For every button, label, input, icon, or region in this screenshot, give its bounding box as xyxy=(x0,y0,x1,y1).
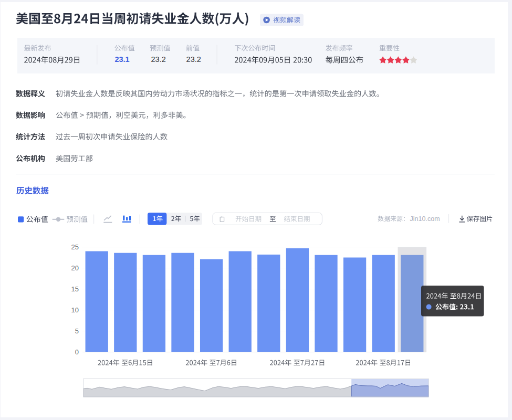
svg-text:20: 20 xyxy=(71,264,79,272)
svg-text:23.1: 23.1 xyxy=(114,55,129,64)
svg-text:10: 10 xyxy=(71,306,79,314)
svg-text:0: 0 xyxy=(75,348,79,356)
svg-text:15: 15 xyxy=(71,285,79,293)
svg-text:23.2: 23.2 xyxy=(186,55,201,64)
svg-text:25: 25 xyxy=(71,243,79,251)
svg-text:5: 5 xyxy=(75,327,79,335)
svg-text:Jin10.com: Jin10.com xyxy=(410,215,440,223)
svg-text:23.2: 23.2 xyxy=(151,55,166,64)
